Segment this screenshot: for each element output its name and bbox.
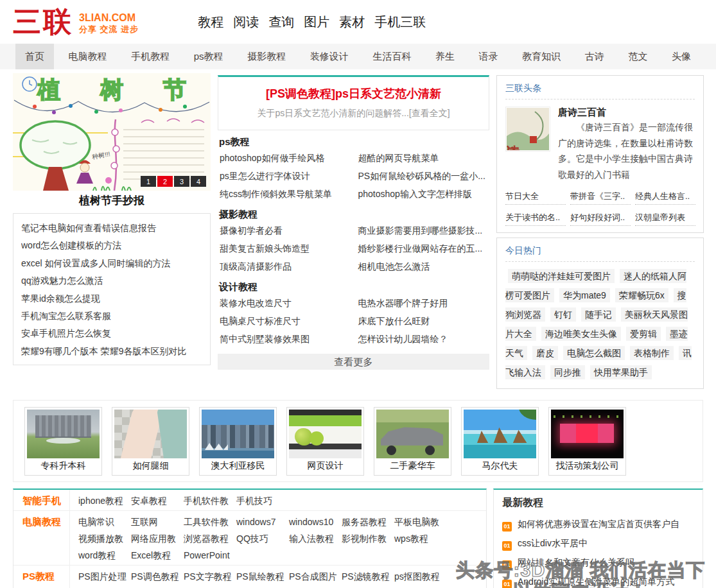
category-link[interactable]: QQ技巧: [236, 530, 289, 547]
top-nav-item-query[interactable]: 查询: [268, 13, 294, 31]
category-link[interactable]: 工具软件教: [184, 514, 236, 530]
category-link[interactable]: 网络应用教: [131, 530, 184, 547]
carousel-caption[interactable]: 植树节手抄报: [13, 191, 211, 209]
category-link[interactable]: PS文字教程: [184, 568, 236, 585]
category-link[interactable]: word教程: [78, 547, 131, 564]
nav-tab-avatars[interactable]: 头像: [662, 44, 701, 69]
article-link[interactable]: 婚纱影楼行业做网站存在的五...: [356, 239, 490, 257]
hot-tag[interactable]: 华为mate9: [559, 288, 610, 302]
carousel-page-4[interactable]: 4: [191, 176, 206, 187]
list-item[interactable]: 笔记本电脑如何查看错误信息报告: [21, 220, 202, 237]
headline-link[interactable]: 好句好段好词..: [570, 212, 631, 226]
category-link[interactable]: 服务器教程: [342, 514, 394, 530]
headline-link[interactable]: 经典人生格言..: [635, 191, 695, 205]
list-item[interactable]: word怎么创建模板的方法: [21, 237, 202, 254]
article-link[interactable]: 床底下放什么旺财: [356, 312, 490, 330]
headline-link[interactable]: 关于读书的名..: [505, 212, 566, 226]
hot-tag[interactable]: 钉钉: [550, 307, 576, 322]
category-link[interactable]: PS入门教程: [78, 585, 131, 588]
top-nav-item-materials[interactable]: 素材: [339, 13, 365, 31]
category-link[interactable]: 浏览器教程: [184, 530, 236, 547]
category-link[interactable]: 手机软件教: [184, 492, 236, 509]
category-link[interactable]: wps教程: [394, 530, 447, 547]
category-label[interactable]: PS教程: [13, 566, 70, 588]
article-link[interactable]: 装修水电改造尺寸: [218, 294, 351, 312]
headline-link[interactable]: 节日大全: [505, 191, 566, 205]
latest-tutorial-item[interactable]: 01css让div水平居中: [502, 533, 694, 553]
list-item[interactable]: 手机淘宝怎么联系客服: [21, 307, 202, 325]
list-item[interactable]: 苹果id余额怎么提现: [21, 290, 202, 307]
hot-tag[interactable]: 表格制作: [630, 346, 674, 360]
article-link[interactable]: 摄像初学者必看: [218, 221, 351, 239]
category-link[interactable]: PS鼠绘教程: [236, 568, 289, 585]
article-link[interactable]: 电脑桌尺寸标准尺寸: [218, 312, 351, 330]
category-link[interactable]: 输入法教程: [289, 530, 342, 547]
category-link[interactable]: iphone教程: [78, 492, 131, 509]
category-label[interactable]: 电脑教程: [13, 511, 70, 565]
article-link[interactable]: photoshop输入文字怎样排版: [356, 185, 490, 203]
hot-tag[interactable]: 磨皮: [532, 346, 558, 360]
category-link[interactable]: windows7: [236, 514, 289, 530]
headline-title[interactable]: 唐诗三百首: [558, 107, 695, 119]
promo-card[interactable]: 二手豪华车: [374, 407, 451, 476]
nav-tab-decoration[interactable]: 装修设计: [301, 44, 358, 69]
category-link[interactable]: 电脑常识: [78, 514, 131, 530]
article-link[interactable]: 商业摄影需要用到哪些摄影技...: [356, 221, 490, 239]
promo-card[interactable]: 澳大利亚移民: [199, 407, 277, 476]
carousel-page-3[interactable]: 3: [174, 176, 189, 187]
promo-card[interactable]: 专科升本科: [24, 407, 102, 476]
hot-tag[interactable]: 海边唯美女生头像: [541, 327, 621, 341]
nav-tab-essays[interactable]: 范文: [618, 44, 657, 69]
hot-tag[interactable]: 电脑怎么截图: [563, 346, 625, 360]
nav-tab-ps[interactable]: ps教程: [184, 44, 233, 69]
category-link[interactable]: 手机技巧: [236, 492, 289, 509]
site-logo[interactable]: 三联 3LIAN.COM 分享 交流 进步: [13, 8, 139, 36]
featured-summary[interactable]: 关于ps日系文艺范小清新的问题解答...[查看全文]: [225, 108, 482, 119]
category-link[interactable]: PS图片处理: [78, 568, 131, 585]
category-link[interactable]: Excel教程: [131, 547, 184, 564]
view-more-button[interactable]: 查看更多: [218, 354, 489, 370]
category-link[interactable]: 平板电脑教: [394, 514, 447, 530]
top-nav-item-tutorials[interactable]: 教程: [198, 13, 223, 31]
article-link[interactable]: 顶级高清摄影作品: [218, 257, 351, 275]
hot-tag[interactable]: 随手记: [581, 307, 616, 322]
carousel-page-1[interactable]: 1: [141, 176, 156, 187]
latest-tutorial-item[interactable]: 01Android实现原生侧滑菜单的超简单方式: [502, 572, 694, 588]
featured-title[interactable]: [PS调色教程]ps日系文艺范小清新: [225, 86, 482, 101]
hot-tag[interactable]: 萌萌哒的洋娃娃可爱图片: [508, 269, 615, 283]
nav-tab-home[interactable]: 首页: [15, 44, 54, 69]
carousel-image[interactable]: 植树节 种树!!!: [13, 73, 211, 191]
hot-tag[interactable]: 同步推: [550, 365, 585, 379]
nav-tab-quotes[interactable]: 语录: [469, 44, 508, 69]
category-link[interactable]: 互联网: [131, 514, 184, 530]
promo-card[interactable]: 找活动策划公司: [548, 407, 626, 476]
article-link[interactable]: ps里怎么进行字体设计: [218, 167, 351, 185]
headline-description[interactable]: 《唐诗三百首》是一部流传很广的唐诗选集，在数量以杜甫诗数多。它是中小学生接触中国…: [558, 119, 695, 182]
top-nav-item-reading[interactable]: 阅读: [233, 13, 259, 31]
headline-thumbnail[interactable]: 唐诗: [505, 107, 550, 151]
nav-tab-life[interactable]: 生活百科: [363, 44, 421, 69]
nav-tab-education[interactable]: 教育知识: [512, 44, 570, 69]
category-link[interactable]: 安卓教程: [131, 492, 184, 509]
nav-tab-computer[interactable]: 电脑教程: [59, 44, 117, 69]
headline-link[interactable]: 汉朝皇帝列表: [635, 212, 695, 226]
nav-tab-photography[interactable]: 摄影教程: [238, 44, 295, 69]
hot-tag[interactable]: 荣耀畅玩6x: [615, 288, 668, 302]
headline-link[interactable]: 带拼音《三字..: [570, 191, 631, 205]
article-link[interactable]: photoshop如何做手绘风格: [218, 149, 351, 167]
hot-tag[interactable]: 爱剪辑: [626, 327, 661, 341]
promo-card[interactable]: 马尔代夫: [461, 407, 539, 476]
article-link[interactable]: 超酷的网页导航菜单: [356, 149, 490, 167]
top-nav-item-mobile[interactable]: 手机三联: [374, 13, 426, 31]
latest-tutorial-item[interactable]: 01网站排名和文章有什么关系吗: [502, 553, 694, 572]
nav-tab-phone[interactable]: 手机教程: [121, 44, 179, 69]
top-nav-item-images[interactable]: 图片: [304, 13, 329, 31]
list-item[interactable]: excel 如何设置成多人同时编辑的方法: [21, 255, 202, 272]
article-link[interactable]: PS如何鼠绘砂砾风格的一盆小...: [356, 167, 490, 185]
category-link[interactable]: ps抠图教程: [394, 568, 447, 585]
category-link[interactable]: windows10: [289, 514, 342, 530]
hot-tag[interactable]: 快用苹果助手: [590, 365, 652, 379]
list-item[interactable]: qq游戏魅力怎么激活: [21, 272, 202, 290]
article-link[interactable]: 相机电池怎么激活: [356, 257, 490, 275]
article-link[interactable]: 怎样设计幼儿园墙绘？: [356, 330, 490, 348]
